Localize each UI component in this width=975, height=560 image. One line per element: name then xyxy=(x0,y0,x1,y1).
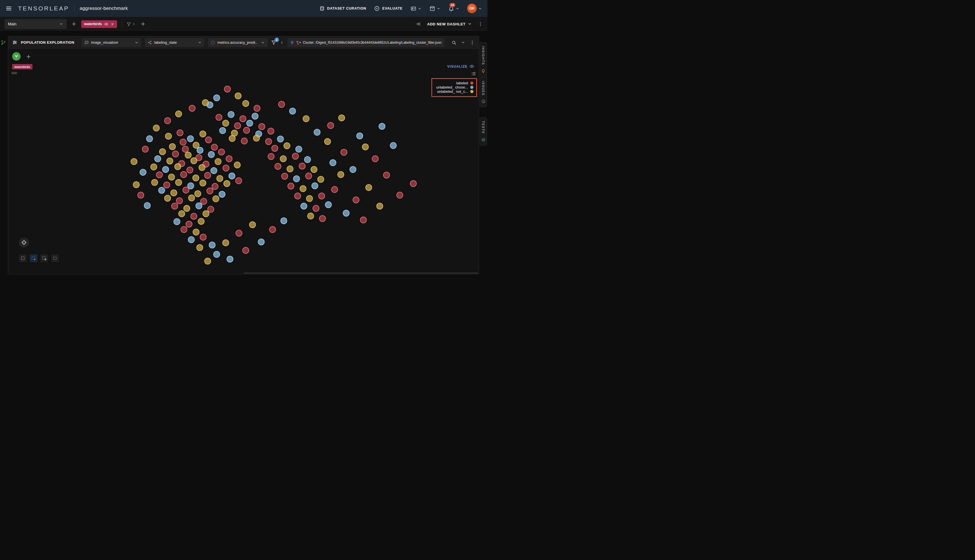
kebab-menu-icon[interactable] xyxy=(478,22,483,27)
scatter-point[interactable] xyxy=(410,180,417,187)
dataset-curation-button[interactable]: DATASET CURATION xyxy=(319,6,366,11)
scatter-point[interactable] xyxy=(292,153,299,160)
scatter-point[interactable] xyxy=(341,149,347,156)
search-icon[interactable] xyxy=(451,40,456,45)
scatter-point[interactable] xyxy=(130,158,137,165)
scatter-point[interactable] xyxy=(185,152,192,158)
scatter-point[interactable] xyxy=(300,185,306,192)
scatter-point[interactable] xyxy=(210,167,217,174)
scatter-point[interactable] xyxy=(133,181,140,188)
legend-list-icon[interactable] xyxy=(471,71,476,76)
add-to-selection-icon[interactable] xyxy=(30,254,38,262)
scatter-point[interactable] xyxy=(198,218,205,225)
scatter-point[interactable] xyxy=(190,157,197,164)
scatter-point[interactable] xyxy=(284,142,290,149)
scatter-point[interactable] xyxy=(287,165,294,172)
scatter-point[interactable] xyxy=(174,218,180,225)
scatter-point[interactable] xyxy=(188,195,195,201)
scatter-point[interactable] xyxy=(271,145,278,152)
scatter-point[interactable] xyxy=(249,222,256,228)
contacts-menu[interactable] xyxy=(411,6,421,12)
tab-issues[interactable]: ISSUES xyxy=(482,81,485,96)
scatter-point[interactable] xyxy=(142,146,149,153)
menu-icon[interactable] xyxy=(6,5,12,12)
scatter-point[interactable] xyxy=(205,137,212,143)
scatter-point[interactable] xyxy=(219,191,225,198)
scatter-point[interactable] xyxy=(182,146,189,153)
scatter-point[interactable] xyxy=(280,155,287,162)
scatter-point[interactable] xyxy=(164,195,171,202)
scatter-point[interactable] xyxy=(222,239,229,246)
visualizer-select[interactable]: image_visualizer xyxy=(82,38,141,47)
scatter-point[interactable] xyxy=(383,172,390,178)
scatter-point[interactable] xyxy=(169,143,176,150)
scatter-point[interactable] xyxy=(216,175,223,182)
scatter-point[interactable] xyxy=(229,173,235,179)
scatter-point[interactable] xyxy=(219,127,226,134)
remove-from-selection-icon[interactable] xyxy=(40,254,48,262)
scatter-point[interactable] xyxy=(168,174,175,180)
scatter-point[interactable] xyxy=(165,133,172,140)
scatter-point[interactable] xyxy=(319,215,326,222)
scatter-point[interactable] xyxy=(194,190,201,197)
scatter-point[interactable] xyxy=(212,195,219,202)
scatter-point[interactable] xyxy=(229,135,235,142)
scatter-point[interactable] xyxy=(278,101,285,108)
scatter-point[interactable] xyxy=(294,193,301,199)
scatter-point[interactable] xyxy=(213,95,220,101)
scatter-point[interactable] xyxy=(235,230,242,237)
scatter-point[interactable] xyxy=(269,226,276,233)
add-new-dashlet-button[interactable]: ADD NEW DASHLET xyxy=(427,22,472,26)
scatter-point[interactable] xyxy=(199,164,205,171)
scatter-point[interactable] xyxy=(265,138,272,145)
scatter-point[interactable] xyxy=(172,150,179,157)
scatter-point[interactable] xyxy=(337,171,344,178)
scatter-point[interactable] xyxy=(318,193,325,199)
scatter-point[interactable] xyxy=(287,183,294,190)
scatter-point[interactable] xyxy=(193,229,199,235)
scatter-point[interactable] xyxy=(311,166,317,173)
info-circle-icon[interactable] xyxy=(481,99,486,103)
scatter-point[interactable] xyxy=(153,125,160,132)
scatter-point[interactable] xyxy=(170,190,177,196)
scatter-point[interactable] xyxy=(215,114,222,121)
scatter-point[interactable] xyxy=(208,151,215,158)
scatter-point[interactable] xyxy=(204,172,211,179)
scatter-point[interactable] xyxy=(372,155,379,162)
scatter-point[interactable] xyxy=(171,203,178,210)
add-population-icon[interactable] xyxy=(26,54,31,60)
scatter-point[interactable] xyxy=(176,197,183,204)
population-chip[interactable]: waterbirds xyxy=(12,64,32,69)
scatter-point[interactable] xyxy=(209,242,215,248)
scatter-point[interactable] xyxy=(331,186,338,193)
dashlet-filter-button[interactable]: 1 xyxy=(271,40,277,45)
scatter-point[interactable] xyxy=(254,105,260,112)
scatter-point[interactable] xyxy=(301,203,307,210)
version-branch-icon[interactable] xyxy=(1,40,6,46)
expand-panel-icon[interactable] xyxy=(415,21,421,27)
settings-sliders-icon[interactable] xyxy=(12,40,17,45)
scatter-point[interactable] xyxy=(268,153,274,160)
scatter-point[interactable] xyxy=(199,180,206,187)
scatter-point[interactable] xyxy=(182,187,189,193)
scatter-point[interactable] xyxy=(215,158,222,165)
scatter-point[interactable] xyxy=(211,144,218,150)
scatter-point[interactable] xyxy=(267,128,274,135)
scatter-point[interactable] xyxy=(280,217,287,224)
horizontal-scrollbar[interactable] xyxy=(244,273,478,273)
scatter-point[interactable] xyxy=(180,171,187,178)
close-icon[interactable] xyxy=(110,22,114,26)
tab-insights[interactable]: INSIGHTS xyxy=(482,46,485,65)
scatter-point[interactable] xyxy=(252,113,259,120)
board-select[interactable]: Main xyxy=(5,19,67,29)
scatter-point[interactable] xyxy=(146,135,153,142)
scatter-point[interactable] xyxy=(338,115,345,121)
color-by-select[interactable]: labeling_state xyxy=(145,38,205,47)
scatter-point[interactable] xyxy=(154,155,161,162)
scatter-point[interactable] xyxy=(234,162,240,168)
scatter-point[interactable] xyxy=(353,197,359,203)
scatter-point[interactable] xyxy=(305,173,312,179)
scatter-point[interactable] xyxy=(246,120,253,127)
scatter-point[interactable] xyxy=(175,179,182,186)
scatter-point[interactable] xyxy=(218,148,225,155)
